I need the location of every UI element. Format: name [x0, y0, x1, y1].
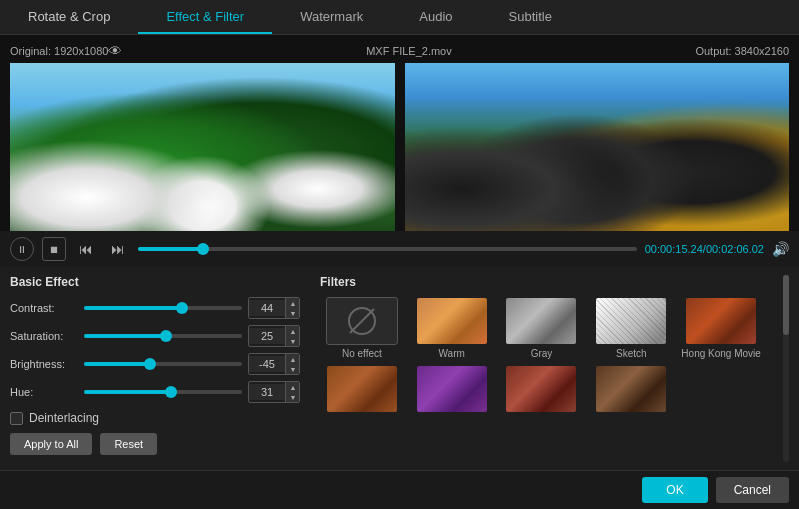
contrast-up[interactable]: ▲	[286, 298, 300, 308]
brightness-thumb[interactable]	[144, 358, 156, 370]
hue-slider[interactable]	[84, 390, 242, 394]
contrast-slider[interactable]	[84, 306, 242, 310]
play-pause-button[interactable]: ⏸	[10, 237, 34, 261]
cancel-button[interactable]: Cancel	[716, 477, 789, 503]
basic-effect-panel: Basic Effect Contrast: 44 ▲ ▼ Sat	[10, 275, 300, 462]
filter-gray-thumbnail	[505, 297, 577, 345]
contrast-thumb[interactable]	[176, 302, 188, 314]
contrast-arrows: ▲ ▼	[285, 298, 300, 318]
hue-up[interactable]: ▲	[286, 382, 300, 392]
filter-warm-thumbnail	[416, 297, 488, 345]
tab-watermark[interactable]: Watermark	[272, 0, 391, 34]
filters-title: Filters	[320, 275, 763, 289]
filter-r3-thumbnail	[505, 365, 577, 413]
deinterlacing-checkbox[interactable]	[10, 412, 23, 425]
contrast-row: Contrast: 44 ▲ ▼	[10, 297, 300, 319]
brightness-value[interactable]: -45	[249, 356, 285, 372]
filter-sketch[interactable]: Sketch	[589, 297, 673, 359]
filter-sketch-thumbnail	[595, 297, 667, 345]
stop-button[interactable]: ⏹	[42, 237, 66, 261]
filter-r3[interactable]	[500, 365, 584, 416]
filter-purple[interactable]	[410, 365, 494, 416]
brightness-value-container: -45 ▲ ▼	[248, 353, 300, 375]
filter-no-effect[interactable]: No effect	[320, 297, 404, 359]
hue-fill	[84, 390, 171, 394]
video-area: Original: 1920x1080 👁 MXF FILE_2.mov Out…	[0, 35, 799, 231]
filter-sketch-label: Sketch	[616, 348, 647, 359]
filter-hk-label: Hong Kong Movie	[681, 348, 761, 359]
saturation-row: Saturation: 25 ▲ ▼	[10, 325, 300, 347]
filter-warm-label: Warm	[439, 348, 465, 359]
filter-warm[interactable]: Warm	[410, 297, 494, 359]
filter-hk-movie[interactable]: Hong Kong Movie	[679, 297, 763, 359]
progress-fill	[138, 247, 203, 251]
filters-grid: No effect Warm Gray	[320, 297, 763, 416]
hue-arrows: ▲ ▼	[285, 382, 300, 402]
saturation-value[interactable]: 25	[249, 328, 285, 344]
eye-icon[interactable]: 👁	[108, 43, 122, 59]
filter-r2-1-thumbnail	[326, 365, 398, 413]
brightness-down[interactable]: ▼	[286, 364, 300, 374]
contrast-fill	[84, 306, 182, 310]
filter-r4[interactable]	[589, 365, 673, 416]
tab-bar: Rotate & Crop Effect & Filter Watermark …	[0, 0, 799, 35]
reset-button[interactable]: Reset	[100, 433, 157, 455]
deinterlacing-label: Deinterlacing	[29, 411, 99, 425]
hue-label: Hue:	[10, 386, 78, 398]
saturation-fill	[84, 334, 166, 338]
tab-subtitle[interactable]: Subtitle	[481, 0, 580, 34]
no-effect-thumbnail	[326, 297, 398, 345]
tab-rotate-crop[interactable]: Rotate & Crop	[0, 0, 138, 34]
scrollbar[interactable]	[783, 275, 789, 462]
hue-row: Hue: 31 ▲ ▼	[10, 381, 300, 403]
prev-frame-button[interactable]: ⏮	[74, 237, 98, 261]
video-preview-right	[405, 63, 790, 231]
original-resolution: Original: 1920x1080	[10, 45, 108, 57]
no-effect-line	[349, 308, 374, 333]
ok-button[interactable]: OK	[642, 477, 707, 503]
filters-panel: Filters No effect Warm	[320, 275, 763, 462]
output-resolution: Output: 3840x2160	[695, 45, 789, 57]
brightness-slider[interactable]	[84, 362, 242, 366]
volume-icon[interactable]: 🔊	[772, 241, 789, 257]
saturation-up[interactable]: ▲	[286, 326, 300, 336]
basic-effect-title: Basic Effect	[10, 275, 300, 289]
saturation-slider[interactable]	[84, 334, 242, 338]
hue-value-container: 31 ▲ ▼	[248, 381, 300, 403]
contrast-label: Contrast:	[10, 302, 78, 314]
brightness-label: Brightness:	[10, 358, 78, 370]
filter-r4-thumbnail	[595, 365, 667, 413]
scrollbar-thumb[interactable]	[783, 275, 789, 335]
brightness-arrows: ▲ ▼	[285, 354, 300, 374]
contrast-value-container: 44 ▲ ▼	[248, 297, 300, 319]
no-effect-circle	[348, 307, 376, 335]
tab-effect-filter[interactable]: Effect & Filter	[138, 0, 272, 34]
saturation-down[interactable]: ▼	[286, 336, 300, 346]
tab-audio[interactable]: Audio	[391, 0, 480, 34]
brightness-fill	[84, 362, 150, 366]
action-buttons: Apply to All Reset	[10, 433, 300, 455]
hue-value[interactable]: 31	[249, 384, 285, 400]
progress-bar[interactable]	[138, 247, 637, 251]
video-previews	[10, 63, 789, 231]
filter-r2-1[interactable]	[320, 365, 404, 416]
main-content: Original: 1920x1080 👁 MXF FILE_2.mov Out…	[0, 35, 799, 509]
filter-gray[interactable]: Gray	[500, 297, 584, 359]
apply-to-all-button[interactable]: Apply to All	[10, 433, 92, 455]
video-preview-left	[10, 63, 395, 231]
footer: OK Cancel	[0, 470, 799, 509]
filter-hk-thumbnail	[685, 297, 757, 345]
filter-purple-thumbnail	[416, 365, 488, 413]
contrast-down[interactable]: ▼	[286, 308, 300, 318]
saturation-thumb[interactable]	[160, 330, 172, 342]
hue-thumb[interactable]	[165, 386, 177, 398]
brightness-up[interactable]: ▲	[286, 354, 300, 364]
filter-gray-label: Gray	[531, 348, 553, 359]
video-info-bar: Original: 1920x1080 👁 MXF FILE_2.mov Out…	[10, 41, 789, 63]
next-frame-button[interactable]: ⏭	[106, 237, 130, 261]
progress-thumb[interactable]	[197, 243, 209, 255]
contrast-value[interactable]: 44	[249, 300, 285, 316]
bottom-panel: Basic Effect Contrast: 44 ▲ ▼ Sat	[0, 267, 799, 470]
hue-down[interactable]: ▼	[286, 392, 300, 402]
saturation-arrows: ▲ ▼	[285, 326, 300, 346]
